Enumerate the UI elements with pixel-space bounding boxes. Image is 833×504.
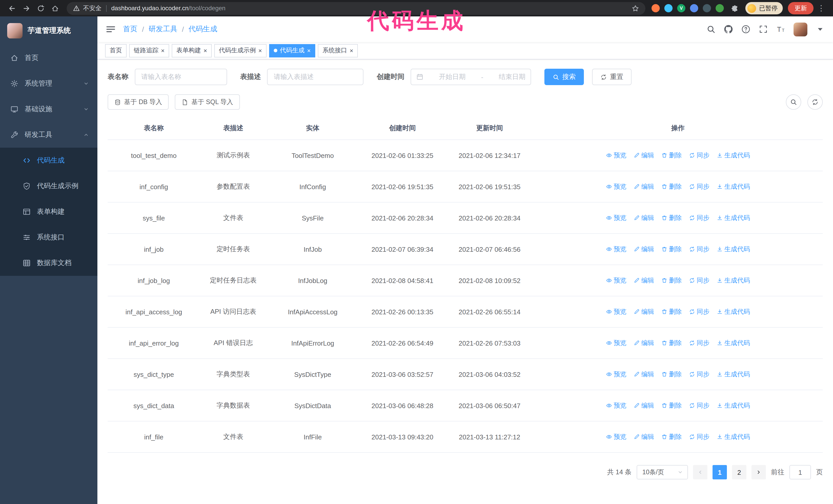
- sidebar-item-devtools[interactable]: 研发工具: [0, 122, 97, 148]
- next-page-button[interactable]: [752, 465, 766, 479]
- generate-link[interactable]: 生成代码: [717, 214, 750, 222]
- delete-link[interactable]: 删除: [661, 339, 682, 347]
- create-time-range-input[interactable]: 开始日期 - 结束日期: [411, 69, 531, 85]
- edit-link[interactable]: 编辑: [634, 245, 654, 254]
- delete-link[interactable]: 删除: [661, 214, 682, 222]
- sync-link[interactable]: 同步: [689, 151, 710, 160]
- browser-home-icon[interactable]: [48, 2, 62, 15]
- tab-codegen-example[interactable]: 代码生成示例×: [214, 44, 266, 57]
- sidebar-item-infra[interactable]: 基础设施: [0, 96, 97, 122]
- breadcrumb-item-2[interactable]: 研发工具: [149, 25, 177, 34]
- delete-link[interactable]: 删除: [661, 276, 682, 285]
- page-button-2[interactable]: 2: [732, 465, 746, 479]
- user-avatar[interactable]: [793, 22, 807, 36]
- sync-link[interactable]: 同步: [689, 401, 710, 410]
- sidebar-item-home[interactable]: 首页: [0, 45, 97, 71]
- edit-link[interactable]: 编辑: [634, 339, 654, 347]
- avatar-caret-icon[interactable]: [815, 25, 825, 34]
- delete-link[interactable]: 删除: [661, 182, 682, 191]
- preview-link[interactable]: 预览: [606, 214, 626, 222]
- import-sql-button[interactable]: 基于 SQL 导入: [175, 94, 240, 110]
- sync-link[interactable]: 同步: [689, 182, 710, 191]
- search-button[interactable]: 搜索: [544, 69, 584, 85]
- extension-icon-5[interactable]: [703, 4, 711, 12]
- tab-close-icon[interactable]: ×: [307, 47, 311, 54]
- delete-link[interactable]: 删除: [661, 370, 682, 379]
- sidebar-subitem-form-builder[interactable]: 表单构建: [0, 199, 97, 224]
- sync-link[interactable]: 同步: [689, 276, 710, 285]
- tab-home[interactable]: 首页: [105, 44, 127, 57]
- font-size-icon[interactable]: TT: [776, 25, 785, 34]
- browser-forward-icon[interactable]: [20, 2, 33, 15]
- page-button-1[interactable]: 1: [713, 465, 727, 479]
- extension-icon-1[interactable]: [651, 4, 660, 12]
- hamburger-icon[interactable]: [105, 24, 116, 34]
- tab-system-api[interactable]: 系统接口×: [318, 44, 358, 57]
- generate-link[interactable]: 生成代码: [717, 339, 750, 347]
- bookmark-star-icon[interactable]: [632, 4, 639, 12]
- delete-link[interactable]: 删除: [661, 307, 682, 316]
- prev-page-button[interactable]: [693, 465, 708, 479]
- preview-link[interactable]: 预览: [606, 182, 626, 191]
- generate-link[interactable]: 生成代码: [717, 432, 750, 441]
- tab-codegen[interactable]: 代码生成×: [269, 44, 315, 57]
- edit-link[interactable]: 编辑: [634, 151, 654, 160]
- extension-icon-3[interactable]: V: [677, 4, 685, 12]
- extension-icon-2[interactable]: [664, 4, 672, 12]
- edit-link[interactable]: 编辑: [634, 432, 654, 441]
- fullscreen-icon[interactable]: [759, 25, 768, 34]
- browser-reload-icon[interactable]: [34, 2, 47, 15]
- security-chip[interactable]: 不安全: [73, 4, 101, 13]
- edit-link[interactable]: 编辑: [634, 214, 654, 222]
- edit-link[interactable]: 编辑: [634, 307, 654, 316]
- update-button[interactable]: 更新: [788, 2, 813, 14]
- github-icon[interactable]: [724, 25, 733, 34]
- sync-link[interactable]: 同步: [689, 339, 710, 347]
- preview-link[interactable]: 预览: [606, 432, 626, 441]
- sync-link[interactable]: 同步: [689, 307, 710, 316]
- edit-link[interactable]: 编辑: [634, 276, 654, 285]
- sidebar-subitem-db-doc[interactable]: 数据库文档: [0, 250, 97, 276]
- edit-link[interactable]: 编辑: [634, 370, 654, 379]
- preview-link[interactable]: 预览: [606, 245, 626, 254]
- table-desc-input[interactable]: 请输入表描述: [267, 69, 363, 85]
- extension-icon-6[interactable]: [716, 4, 724, 12]
- preview-link[interactable]: 预览: [606, 307, 626, 316]
- generate-link[interactable]: 生成代码: [717, 151, 750, 160]
- tab-close-icon[interactable]: ×: [204, 47, 207, 54]
- reset-button[interactable]: 重置: [592, 69, 632, 85]
- toggle-search-button[interactable]: [786, 94, 801, 110]
- delete-link[interactable]: 删除: [661, 245, 682, 254]
- browser-back-icon[interactable]: [5, 2, 19, 15]
- edit-link[interactable]: 编辑: [634, 182, 654, 191]
- sync-link[interactable]: 同步: [689, 214, 710, 222]
- extension-icon-4[interactable]: [690, 4, 698, 12]
- search-icon[interactable]: [706, 25, 716, 34]
- sync-link[interactable]: 同步: [689, 370, 710, 379]
- sync-link[interactable]: 同步: [689, 245, 710, 254]
- help-icon[interactable]: [741, 25, 751, 34]
- preview-link[interactable]: 预览: [606, 370, 626, 379]
- sync-link[interactable]: 同步: [689, 432, 710, 441]
- generate-link[interactable]: 生成代码: [717, 307, 750, 316]
- preview-link[interactable]: 预览: [606, 401, 626, 410]
- tab-close-icon[interactable]: ×: [350, 47, 353, 54]
- tab-form-builder[interactable]: 表单构建×: [172, 44, 212, 57]
- sidebar-subitem-codegen-example[interactable]: 代码生成示例: [0, 173, 97, 199]
- generate-link[interactable]: 生成代码: [717, 276, 750, 285]
- profile-chip[interactable]: 已暂停: [745, 2, 783, 14]
- tab-tracer[interactable]: 链路追踪×: [129, 44, 169, 57]
- preview-link[interactable]: 预览: [606, 151, 626, 160]
- edit-link[interactable]: 编辑: [634, 401, 654, 410]
- refresh-table-button[interactable]: [807, 94, 823, 110]
- tab-close-icon[interactable]: ×: [161, 47, 165, 54]
- table-name-input[interactable]: 请输入表名称: [135, 69, 227, 85]
- delete-link[interactable]: 删除: [661, 401, 682, 410]
- extensions-puzzle-icon[interactable]: [728, 2, 741, 15]
- generate-link[interactable]: 生成代码: [717, 182, 750, 191]
- delete-link[interactable]: 删除: [661, 432, 682, 441]
- import-db-button[interactable]: 基于 DB 导入: [108, 94, 169, 110]
- sidebar-subitem-system-api[interactable]: 系统接口: [0, 224, 97, 250]
- generate-link[interactable]: 生成代码: [717, 401, 750, 410]
- goto-page-input[interactable]: 1: [789, 465, 811, 479]
